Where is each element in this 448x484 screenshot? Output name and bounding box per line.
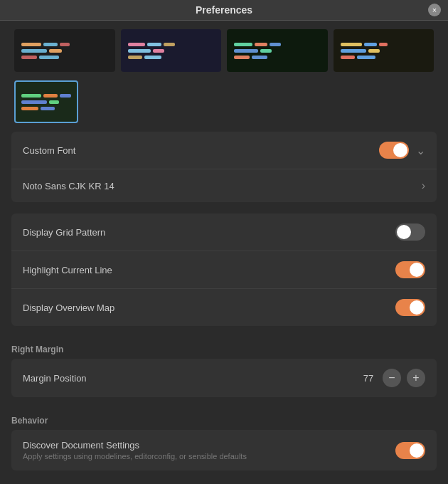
theme-3[interactable] — [227, 29, 328, 72]
margin-section: Margin Position 77 − + — [11, 359, 437, 397]
highlight-line-label: Highlight Current Line — [23, 265, 112, 275]
theme-2[interactable] — [121, 29, 222, 72]
discover-label: Discover Document Settings — [23, 440, 247, 451]
discover-content: Discover Document Settings Apply setting… — [23, 440, 247, 461]
theme-4[interactable] — [334, 29, 434, 72]
display-overview-row: Display Overview Map — [11, 289, 437, 326]
behavior-header: Behavior — [0, 409, 448, 430]
header-title: Preferences — [196, 4, 252, 16]
margin-value: 77 — [360, 373, 377, 384]
custom-font-right: ⌄ — [379, 142, 425, 159]
preferences-header: Preferences × — [0, 0, 448, 21]
highlight-line-row: Highlight Current Line — [11, 251, 437, 289]
custom-font-label: Custom Font — [23, 145, 75, 156]
font-name-label: Noto Sans CJK KR 14 — [23, 181, 114, 191]
display-grid-toggle[interactable] — [395, 223, 425, 241]
theme-1[interactable] — [14, 29, 115, 72]
margin-decrease-button[interactable]: − — [383, 369, 401, 387]
theme-5[interactable] — [14, 80, 78, 123]
display-grid-row: Display Grid Pattern — [11, 214, 437, 251]
discover-row: Discover Document Settings Apply setting… — [11, 430, 437, 470]
editor-section: Display Grid Pattern Highlight Current L… — [11, 214, 437, 326]
discover-toggle[interactable] — [395, 442, 425, 459]
right-margin-header: Right Margin — [0, 337, 448, 359]
margin-position-row: Margin Position 77 − + — [11, 359, 437, 397]
margin-stepper: 77 − + — [360, 369, 425, 387]
display-grid-label: Display Grid Pattern — [23, 227, 105, 238]
discover-subtitle: Apply settings using modelines, editorco… — [23, 452, 247, 461]
font-section: Custom Font ⌄ Noto Sans CJK KR 14 › — [11, 132, 437, 202]
margin-position-label: Margin Position — [23, 373, 87, 384]
themes-row2 — [0, 80, 448, 132]
margin-increase-button[interactable]: + — [407, 369, 425, 387]
font-name-chevron[interactable]: › — [422, 179, 425, 192]
custom-font-row: Custom Font ⌄ — [11, 132, 437, 169]
custom-font-toggle[interactable] — [379, 142, 409, 159]
font-name-row[interactable]: Noto Sans CJK KR 14 › — [11, 169, 437, 202]
themes-grid — [0, 21, 448, 80]
display-overview-label: Display Overview Map — [23, 302, 114, 313]
display-overview-toggle[interactable] — [395, 299, 425, 316]
behavior-section: Discover Document Settings Apply setting… — [11, 430, 437, 470]
custom-font-chevron[interactable]: ⌄ — [416, 144, 425, 157]
highlight-line-toggle[interactable] — [395, 261, 425, 278]
close-button[interactable]: × — [428, 4, 441, 16]
